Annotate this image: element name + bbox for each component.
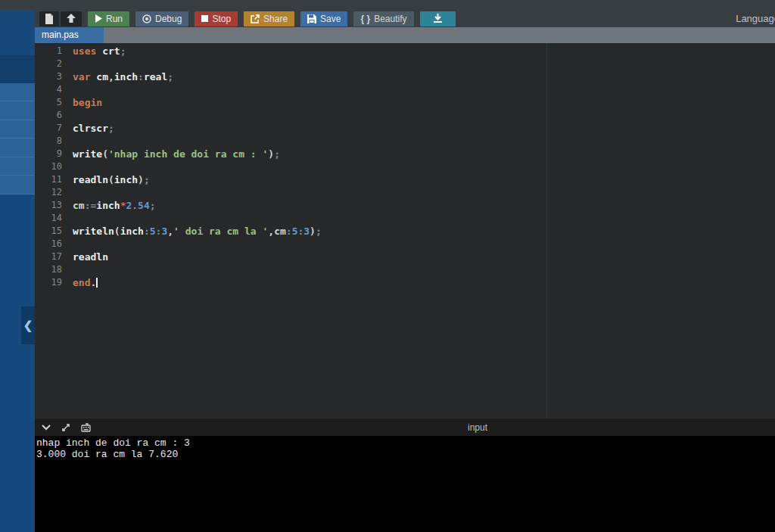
stop-button[interactable]: Stop: [195, 11, 238, 26]
console-header: input: [35, 418, 775, 436]
share-button[interactable]: Share: [244, 11, 294, 26]
code-line[interactable]: 1uses crt;: [35, 45, 775, 58]
code-text: [70, 58, 73, 70]
upload-icon: [66, 14, 76, 23]
code-text: clrscr;: [70, 122, 114, 135]
line-number: 15: [35, 225, 70, 238]
code-line[interactable]: 5begin: [35, 96, 775, 109]
download-icon: [433, 14, 443, 23]
code-line[interactable]: 15writeln(inch:5:3,' doi ra cm la ',cm:5…: [35, 225, 775, 238]
beautify-button[interactable]: { } Beautify: [353, 11, 413, 26]
console-line: 3.000 doi ra cm la 7.620: [36, 449, 775, 460]
run-button[interactable]: Run: [88, 11, 129, 26]
line-number: 6: [35, 109, 70, 122]
save-label: Save: [320, 14, 341, 24]
sidebar-collapse-button[interactable]: ❮: [21, 306, 35, 344]
line-number: 18: [35, 263, 70, 276]
code-line[interactable]: 18: [35, 263, 775, 276]
debug-circle-icon: [142, 14, 151, 23]
code-line[interactable]: 13cm:=inch*2.54;: [35, 199, 775, 212]
file-icon: [45, 14, 54, 24]
run-label: Run: [106, 14, 123, 24]
code-text: end.: [70, 276, 98, 289]
line-number: 1: [35, 45, 70, 58]
code-text: readln: [70, 250, 108, 263]
code-text: [70, 160, 73, 173]
chevron-down-icon[interactable]: [42, 425, 51, 431]
line-number: 2: [35, 58, 70, 70]
line-number: 17: [35, 250, 70, 263]
code-line[interactable]: 2: [35, 58, 775, 70]
line-number: 8: [35, 135, 70, 148]
code-line[interactable]: 4: [35, 83, 775, 96]
code-text: [70, 263, 73, 276]
language-selector[interactable]: Language: [736, 13, 775, 24]
code-line[interactable]: 11readln(inch);: [35, 173, 775, 186]
code-line[interactable]: 19end.: [35, 276, 775, 289]
tab-main-pas[interactable]: main.pas: [35, 27, 104, 43]
download-button[interactable]: [420, 11, 456, 26]
line-number: 12: [35, 186, 70, 199]
sidebar-section-bottom: [0, 194, 35, 532]
code-line[interactable]: 10: [35, 160, 775, 173]
save-floppy-icon: [307, 14, 316, 23]
code-line[interactable]: 14: [35, 212, 775, 225]
new-file-button[interactable]: [39, 11, 59, 26]
console-line: nhap inch de doi ra cm : 3: [36, 437, 775, 449]
share-icon: [251, 14, 260, 23]
code-text: uses crt;: [70, 45, 126, 58]
code-line[interactable]: 8: [35, 135, 775, 148]
code-text: [70, 109, 73, 122]
top-strip: [0, 0, 775, 10]
line-number: 5: [35, 96, 70, 109]
line-number: 16: [35, 238, 70, 250]
debug-label: Debug: [155, 14, 182, 24]
code-text: write('nhap inch de doi ra cm : ');: [70, 148, 280, 160]
code-text: begin: [70, 96, 102, 109]
code-editor[interactable]: 1uses crt;23var cm,inch:real;45begin67cl…: [35, 43, 775, 418]
code-line[interactable]: 12: [35, 186, 775, 199]
code-text: readln(inch);: [70, 173, 150, 186]
braces-icon: { }: [360, 14, 370, 24]
code-line[interactable]: 9write('nhap inch de doi ra cm : ');: [35, 148, 775, 160]
line-number: 9: [35, 148, 70, 160]
code-text: [70, 83, 73, 96]
code-text: [70, 238, 73, 250]
stop-square-icon: [201, 15, 208, 22]
line-number: 14: [35, 212, 70, 225]
code-text: [70, 186, 73, 199]
code-line[interactable]: 16: [35, 238, 775, 250]
code-line[interactable]: 3var cm,inch:real;: [35, 70, 775, 83]
text-cursor: [96, 278, 98, 288]
code-text: [70, 135, 73, 148]
code-text: writeln(inch:5:3,' doi ra cm la ',cm:5:3…: [70, 225, 322, 238]
console-input-label: input: [468, 418, 487, 437]
line-number: 3: [35, 70, 70, 83]
debug-button[interactable]: Debug: [135, 11, 188, 26]
tab-bar: main.pas: [35, 27, 775, 43]
main-area: Run Debug Stop Share Save {: [35, 10, 775, 532]
code-line[interactable]: 17readln: [35, 250, 775, 263]
sidebar-section-top: [0, 10, 35, 55]
chevron-left-icon: ❮: [23, 319, 33, 332]
line-number: 11: [35, 173, 70, 186]
line-number: 4: [35, 83, 70, 96]
save-button[interactable]: Save: [300, 11, 347, 26]
toolbar: Run Debug Stop Share Save {: [35, 10, 775, 27]
upload-button[interactable]: [61, 11, 82, 26]
line-number: 13: [35, 199, 70, 212]
code-line[interactable]: 7clrscr;: [35, 122, 775, 135]
play-icon: [95, 14, 102, 23]
keyboard-icon[interactable]: [81, 423, 91, 432]
console-panel[interactable]: input nhap inch de doi ra cm : 33.000 do…: [35, 418, 775, 532]
editor-lines: 1uses crt;23var cm,inch:real;45begin67cl…: [35, 43, 775, 289]
console-output: nhap inch de doi ra cm : 33.000 doi ra c…: [35, 436, 775, 460]
left-sidebar: ❮: [0, 10, 35, 532]
line-number: 19: [35, 276, 70, 289]
code-text: var cm,inch:real;: [70, 70, 173, 83]
expand-icon[interactable]: [61, 423, 70, 432]
sidebar-section-dark: [0, 55, 35, 83]
code-line[interactable]: 6: [35, 109, 775, 122]
share-label: Share: [263, 14, 288, 24]
sidebar-list-rows: [0, 83, 35, 194]
